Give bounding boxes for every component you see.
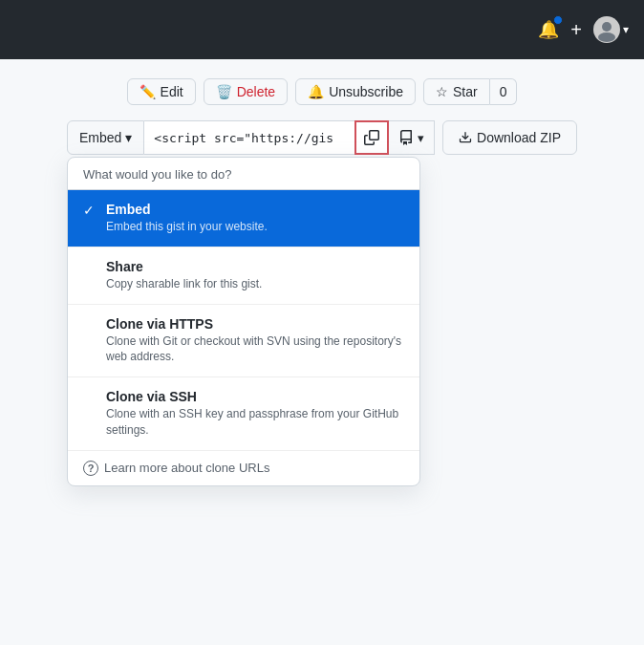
share-item-desc: Copy sharable link for this gist. bbox=[106, 276, 404, 292]
clone-https-title: Clone via HTTPS bbox=[106, 316, 404, 332]
dropdown-item-clone-https[interactable]: Clone via HTTPS Clone with Git or checko… bbox=[68, 305, 419, 378]
embed-chevron-icon: ▾ bbox=[125, 130, 132, 145]
learn-more-label: Learn more about clone URLs bbox=[104, 461, 269, 475]
action-row: ✏️ Edit 🗑️ Delete 🔔 Unsubscribe ☆ Star 0 bbox=[0, 59, 644, 120]
star-group: ☆ Star 0 bbox=[423, 78, 517, 105]
embed-dropdown-button[interactable]: Embed ▾ bbox=[67, 120, 144, 155]
edit-icon: ✏️ bbox=[140, 84, 156, 99]
dropdown-item-embed[interactable]: ✓ Embed Embed this gist in your website. bbox=[68, 190, 419, 247]
dropdown-item-share[interactable]: Share Copy sharable link for this gist. bbox=[68, 247, 419, 305]
top-nav: 🔔 + ▾ bbox=[0, 0, 644, 59]
clone-button[interactable]: ▾ bbox=[389, 120, 435, 155]
notification-badge bbox=[553, 15, 563, 25]
star-button[interactable]: ☆ Star bbox=[423, 78, 490, 105]
dropdown-header: What would you like to do? bbox=[68, 158, 419, 190]
edit-label: Edit bbox=[161, 84, 183, 99]
clone-https-desc: Clone with Git or checkout with SVN usin… bbox=[106, 333, 404, 366]
star-icon: ☆ bbox=[436, 84, 448, 99]
embed-item-content: Embed Embed this gist in your website. bbox=[106, 202, 404, 235]
avatar-dropdown[interactable]: ▾ bbox=[593, 16, 629, 43]
share-item-title: Share bbox=[106, 259, 404, 274]
embed-item-desc: Embed this gist in your website. bbox=[106, 219, 404, 235]
trash-icon: 🗑️ bbox=[216, 84, 232, 99]
learn-more-link[interactable]: ? Learn more about clone URLs bbox=[68, 451, 419, 485]
clone-ssh-title: Clone via SSH bbox=[106, 389, 404, 404]
avatar-chevron: ▾ bbox=[623, 23, 629, 36]
plus-icon[interactable]: + bbox=[570, 19, 582, 41]
clone-icon bbox=[398, 130, 414, 145]
download-label: Download ZIP bbox=[477, 130, 561, 145]
download-zip-button[interactable]: Download ZIP bbox=[442, 120, 577, 155]
embed-button-label: Embed bbox=[79, 130, 121, 145]
unsubscribe-label: Unsubscribe bbox=[329, 84, 403, 99]
embed-input[interactable] bbox=[144, 120, 354, 155]
share-item-content: Share Copy sharable link for this gist. bbox=[106, 259, 404, 292]
star-label: Star bbox=[453, 84, 478, 99]
embed-toolbar: Embed ▾ ▾ Download ZIP bbox=[0, 120, 644, 155]
help-icon: ? bbox=[83, 461, 98, 476]
bell-icon: 🔔 bbox=[308, 84, 324, 99]
clone-https-content: Clone via HTTPS Clone with Git or checko… bbox=[106, 316, 404, 366]
embed-item-title: Embed bbox=[106, 202, 404, 217]
clone-ssh-desc: Clone with an SSH key and passphrase fro… bbox=[106, 406, 404, 439]
svg-point-0 bbox=[602, 22, 612, 32]
star-count: 0 bbox=[490, 78, 518, 105]
clone-ssh-content: Clone via SSH Clone with an SSH key and … bbox=[106, 389, 404, 439]
notifications-icon[interactable]: 🔔 bbox=[538, 19, 559, 40]
svg-point-1 bbox=[598, 32, 615, 42]
check-icon: ✓ bbox=[83, 203, 98, 218]
edit-button[interactable]: ✏️ Edit bbox=[127, 78, 196, 105]
copy-icon bbox=[364, 130, 379, 145]
dropdown-menu: What would you like to do? ✓ Embed Embed… bbox=[67, 157, 420, 486]
download-icon bbox=[459, 131, 472, 144]
clone-chevron-icon: ▾ bbox=[418, 131, 424, 145]
delete-label: Delete bbox=[237, 84, 275, 99]
delete-button[interactable]: 🗑️ Delete bbox=[204, 78, 288, 105]
dropdown-item-clone-ssh[interactable]: Clone via SSH Clone with an SSH key and … bbox=[68, 377, 419, 451]
copy-button[interactable] bbox=[354, 120, 389, 155]
unsubscribe-button[interactable]: 🔔 Unsubscribe bbox=[295, 78, 416, 105]
avatar bbox=[593, 16, 620, 43]
